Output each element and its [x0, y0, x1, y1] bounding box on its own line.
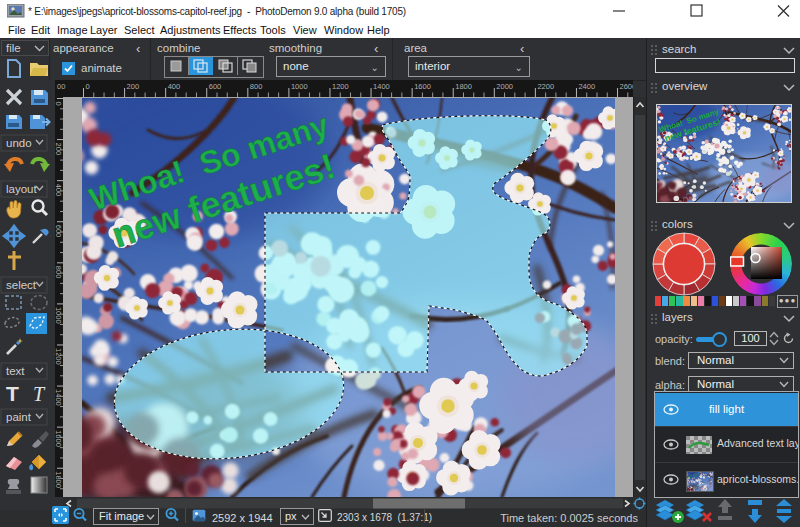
svg-text:1400: 1400 [373, 82, 390, 91]
svg-text:1200: 1200 [55, 348, 63, 365]
svg-text:200: 200 [55, 143, 63, 156]
svg-text:1000: 1000 [55, 307, 63, 324]
svg-text:600: 600 [55, 225, 63, 238]
svg-text:text: text [6, 365, 25, 377]
svg-text:T: T [33, 383, 46, 405]
svg-text:select: select [6, 279, 37, 291]
svg-text:0: 0 [86, 82, 90, 91]
svg-text:1600: 1600 [414, 82, 431, 91]
svg-text:400: 400 [168, 82, 181, 91]
svg-text:layout: layout [6, 183, 37, 195]
svg-text:1400: 1400 [55, 389, 63, 406]
svg-text:400: 400 [55, 184, 63, 197]
svg-text:2600: 2600 [620, 82, 633, 91]
svg-text:1800: 1800 [455, 82, 472, 91]
svg-text:2200: 2200 [537, 82, 554, 91]
svg-text:0: 0 [55, 102, 63, 106]
svg-text:2400: 2400 [578, 82, 595, 91]
svg-text:paint: paint [6, 411, 32, 423]
svg-text:T: T [6, 382, 19, 405]
svg-text:200: 200 [127, 82, 140, 91]
svg-text:800: 800 [55, 266, 63, 279]
svg-text:600: 600 [209, 82, 222, 91]
svg-text:1000: 1000 [291, 82, 308, 91]
svg-text:1800: 1800 [55, 471, 63, 488]
svg-text:1200: 1200 [332, 82, 349, 91]
svg-text:00: 00 [57, 82, 65, 91]
svg-text:2000: 2000 [496, 82, 513, 91]
svg-text:undo: undo [6, 137, 32, 149]
svg-text:800: 800 [250, 82, 263, 91]
svg-text:1600: 1600 [55, 430, 63, 447]
